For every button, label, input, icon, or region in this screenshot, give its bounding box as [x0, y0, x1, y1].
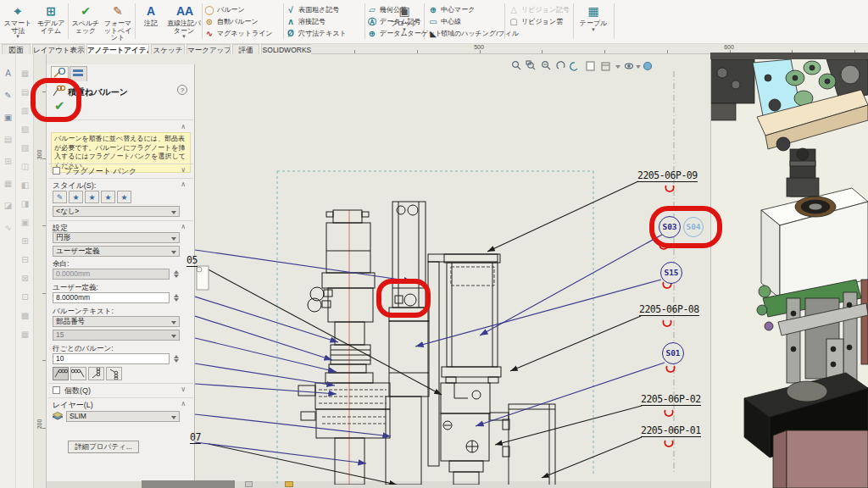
style-load-button[interactable]: ★ [117, 191, 131, 203]
left-tool-icon[interactable]: ▣ [19, 217, 31, 228]
drawing-view[interactable] [195, 54, 710, 485]
left-tool-icon[interactable]: ◧ [19, 180, 31, 191]
dropdown-arrow-icon[interactable]: ▼ [2, 35, 34, 39]
part-number-label[interactable]: 2205-06P-02 [641, 393, 701, 406]
tab-4[interactable]: スケッチ [151, 44, 185, 54]
style-dropdown[interactable]: <なし> [53, 206, 180, 217]
balloons-per-row-input[interactable]: 10 [53, 353, 170, 364]
left-tool-icon[interactable]: ▦ [3, 178, 14, 189]
help-icon[interactable]: ? [177, 85, 187, 95]
ruler-tick [42, 158, 46, 159]
user-defined-input[interactable]: 8.0000mm [53, 292, 170, 303]
padding-input[interactable]: 0.0000mm [53, 269, 170, 280]
ribbon-button-magnetic-line[interactable]: ∿マグネットライン [204, 28, 273, 39]
ribbon-button-area-hatch[interactable]: ◣領域のハッチング/フィル [428, 28, 519, 39]
ribbon-button-centerline[interactable]: ▭中心線 [428, 16, 461, 27]
user-defined-spinner[interactable] [172, 292, 180, 303]
ribbon-button-weld-symbol[interactable]: ʌ溶接記号 [286, 16, 326, 27]
part-number-label[interactable]: 05 [186, 254, 198, 267]
left-tool-icon[interactable]: ⊟ [19, 254, 31, 265]
ribbon-button-model-items[interactable]: ⊞モデルアイテム [35, 2, 67, 42]
stack-up-toggle[interactable] [88, 367, 104, 380]
tab-2[interactable]: レイアウト表示 [32, 44, 85, 54]
left-tool-icon[interactable]: ∿ [3, 222, 14, 233]
zoom-area-icon [526, 61, 535, 69]
tab-6[interactable]: 評価 [232, 44, 259, 54]
part-number-label[interactable]: 2205-06P-08 [639, 303, 699, 316]
left-tool-icon[interactable]: ⊡ [19, 291, 31, 302]
tab-1[interactable]: 図面 [2, 44, 31, 54]
left-tool-icon[interactable]: ⊞ [3, 156, 14, 167]
left-tool-icon[interactable]: ▦ [19, 68, 31, 79]
sheet-scrollbar[interactable] [142, 480, 235, 488]
ribbon-button-auto-balloon[interactable]: ⊙自動バルーン [204, 16, 259, 27]
left-tool-icon[interactable]: ▨ [19, 142, 31, 153]
ruler-tick [604, 50, 605, 53]
dropdown-arrow-icon[interactable]: ▼ [386, 28, 423, 32]
left-tool-icon[interactable]: ▤ [3, 134, 14, 145]
layer-dropdown[interactable]: SLIM [66, 411, 180, 422]
left-tool-icon[interactable]: ▤ [19, 86, 31, 97]
ok-check-icon[interactable]: ✔ [54, 98, 65, 114]
left-tool-icon[interactable]: ✎ [3, 90, 14, 101]
style-delete-button[interactable]: ★ [85, 191, 99, 203]
tab-configuration[interactable] [70, 66, 87, 81]
left-tool-icon[interactable]: ▦ [19, 329, 31, 340]
left-tool-icon[interactable]: ▥ [19, 105, 31, 116]
left-tool-icon[interactable]: ◨ [19, 198, 31, 209]
left-tool-icon[interactable]: ⊞ [19, 236, 31, 247]
ribbon-button-surface-finish[interactable]: √表面粗さ記号 [286, 4, 339, 15]
ribbon-button-smart-dimension[interactable]: ⌖スマート寸法▼ [2, 2, 34, 42]
balloon-S03[interactable]: S03 [659, 216, 681, 238]
stack-right-toggle[interactable] [53, 367, 69, 380]
left-tool-icon[interactable]: A [3, 68, 14, 79]
ribbon-button-balloon[interactable]: ◯バルーン [204, 4, 245, 15]
ribbon-button-spell-check[interactable]: ✔スペルチェック [70, 2, 101, 42]
style-add-button[interactable]: ★ [69, 191, 83, 203]
balloon-S15[interactable]: S15 [660, 262, 682, 284]
left-tool-icon[interactable]: ▩ [19, 310, 31, 321]
balloon-S04[interactable]: S04 [683, 217, 704, 237]
ribbon-button-table[interactable]: ▦テーブル▼ [576, 2, 610, 42]
padding-spinner[interactable] [172, 269, 180, 280]
balloons-per-row-spinner[interactable] [172, 353, 180, 364]
balloon-shape-dropdown[interactable]: 円形 [53, 232, 180, 243]
quantity-checkbox[interactable] [53, 386, 60, 394]
balloon-text-dropdown[interactable]: 部品番号 [53, 316, 180, 327]
part-number-label[interactable]: 07 [190, 431, 201, 444]
detailed-properties-button[interactable]: 詳細プロパティ... [68, 441, 139, 453]
font-size-dropdown[interactable]: 15 [53, 330, 180, 341]
sheet-tab-icon[interactable] [245, 481, 253, 487]
flag-note-bank-checkbox[interactable] [53, 167, 60, 175]
left-tool-icon[interactable]: ▣ [3, 112, 14, 123]
left-tool-icon[interactable]: ◪ [3, 200, 14, 211]
model-3d-window[interactable] [710, 53, 868, 488]
view-toolbar[interactable] [510, 59, 654, 73]
stack-left-toggle[interactable] [70, 367, 86, 380]
ribbon-button-hole-callout[interactable]: Ø穴寸法テキスト [286, 28, 347, 39]
ribbon-button-revision-symbol[interactable]: △リビジョン記号 [509, 4, 570, 15]
left-tool-icon[interactable]: ◫ [19, 161, 31, 172]
balloon-size-dropdown[interactable]: ユーザー定義 [53, 246, 180, 257]
dropdown-arrow-icon[interactable]: ▼ [166, 35, 202, 39]
dropdown-arrow-icon[interactable]: ▼ [576, 28, 610, 32]
part-number-label[interactable]: 2205-06P-01 [641, 424, 701, 437]
style-save-button[interactable]: ★ [101, 191, 115, 203]
ribbon-button-note[interactable]: A注記 [136, 2, 165, 42]
part-number-label[interactable]: 2205-06P-09 [637, 169, 698, 182]
ribbon-button-block[interactable]: ▣ブロック▼ [386, 2, 423, 42]
tab-5[interactable]: マークアップ [186, 44, 231, 54]
stack-down-toggle[interactable] [106, 367, 122, 380]
flag-note-bank-label: フラグノート バンク [64, 166, 136, 177]
ribbon-button-format-painter[interactable]: ✎フォーマットペイント [102, 2, 134, 42]
ribbon-button-linear-note-pattern[interactable]: AA直線注記パターン▼ [166, 2, 202, 42]
left-tool-icon[interactable]: ▧ [19, 124, 31, 135]
style-pencil-button[interactable]: ✎ [53, 191, 67, 203]
sheet-folder-icon[interactable] [285, 481, 293, 487]
left-tool-icon[interactable]: ⊠ [19, 273, 31, 284]
tab-property-manager[interactable] [51, 66, 69, 81]
tab-3[interactable]: アノテートアイテム [86, 44, 149, 54]
ribbon-button-center-mark[interactable]: ⊕中心マーク [428, 4, 475, 15]
ribbon-button-revision-cloud[interactable]: ▢リビジョン雲 [509, 16, 563, 27]
balloon-S01[interactable]: S01 [662, 342, 684, 364]
